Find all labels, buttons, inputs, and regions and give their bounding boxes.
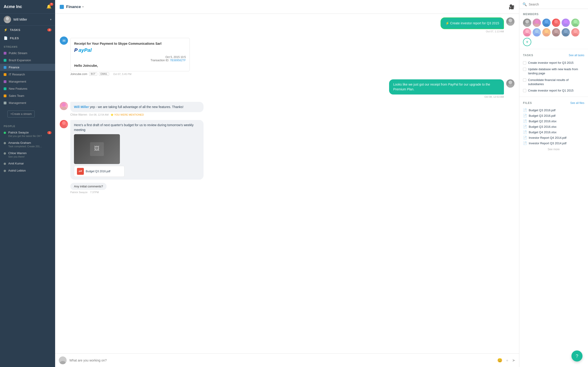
emoji-icon[interactable]: 😊 [497,358,502,363]
file-name[interactable]: Budget Q3 2016.xlsx [529,125,556,128]
svg-point-21 [544,24,549,27]
file-item: 📄 Investor Report Q4 2014.pdf [523,135,584,140]
stream-item-finance[interactable]: Finance [0,64,55,71]
svg-point-28 [525,29,529,33]
file-item: 📄 Budget Q2 2016.xlsx [523,118,584,124]
user-avatar [4,16,11,23]
file-name: Budget Q3 2016.pdf [86,169,110,173]
unread-badge: 1 [47,131,52,134]
help-button[interactable]: ? [571,350,582,361]
offline-indicator [4,163,6,165]
person-item-patrick-swayze[interactable]: Patrick Swayze Did you get the latest fi… [0,129,55,139]
see-all-files-link[interactable]: See all files [570,101,584,105]
stream-item-management[interactable]: Management [0,78,55,85]
member-avatar[interactable] [533,19,541,27]
file-name[interactable]: Budget Q3 2016.pdf [529,108,555,112]
email-tag: EMAIL [99,72,109,76]
svg-point-2 [509,19,512,22]
task-checkbox[interactable] [523,68,526,71]
offline-indicator [4,170,6,172]
member-avatar[interactable] [571,19,579,27]
stream-name: IT Research [9,73,25,76]
person-item-chloe-warren[interactable]: Chloe Warren See you there! [0,150,55,160]
attach-icon[interactable]: ＋ [505,358,509,363]
message-content: Here's a first draft of next quarter's b… [70,120,515,194]
paypal-logo: PayPal [74,47,186,53]
file-doc-icon: 📄 [523,119,527,123]
stream-item-management-2[interactable]: Management [0,99,55,106]
task-checkbox[interactable] [523,78,526,82]
user-row[interactable]: Will Miller ▾ [0,13,55,26]
files-icon: 📄 [4,36,8,40]
file-attachment[interactable]: pdf Budget Q3 2016.pdf [74,166,124,177]
task-label: Update database with new leads from land… [528,67,584,75]
video-call-icon[interactable]: 🎥 [509,4,515,10]
member-avatar[interactable] [562,28,570,36]
user-menu-chevron[interactable]: ▾ [50,18,52,21]
see-more-files-link[interactable]: See more [523,146,584,153]
sidebar-item-tasks[interactable]: ⚡ TASKS 3 [0,26,55,34]
svg-point-38 [573,29,577,33]
svg-point-9 [61,107,67,110]
email-greeting: Hello Joincube, [74,64,186,67]
task-checkbox[interactable] [523,61,526,65]
files-header: FILES See all files [523,101,584,105]
person-item-amit-kumar[interactable]: Amit Kumar [0,160,55,167]
member-avatar[interactable] [523,19,531,27]
stream-dot [4,73,6,76]
right-panel: 🔍 MEMBERS + TASKS See all tasks [519,0,588,367]
file-item: 📄 Budget Q3 2016.pdf [523,113,584,118]
person-item-amanda-graham[interactable]: Amanda Graham Task completed: Create 201… [0,139,55,150]
streams-section-label: STREAMS [0,42,55,50]
file-name[interactable]: Budget Q4 2016.xlsx [529,131,556,134]
member-avatar[interactable] [542,19,551,27]
task-item: Create investor report for Q3 2015 [523,60,584,66]
add-member-button[interactable]: + [523,38,531,46]
transaction-id[interactable]: 7B389582TF [170,59,186,62]
message-timestamp: Oct 08, 12:54 AM [89,113,109,116]
stream-item-public-stream[interactable]: Public Stream [0,50,55,57]
search-input[interactable] [529,2,585,6]
member-avatar[interactable] [571,28,579,36]
stream-item-it-research[interactable]: IT Research [0,71,55,78]
tasks-badge: 3 [47,28,52,31]
svg-point-33 [544,33,549,36]
sender-avatar [60,102,68,110]
see-all-tasks-link[interactable]: See all tasks [569,54,584,57]
svg-point-0 [6,17,9,20]
member-avatar[interactable] [542,28,551,36]
svg-text:✉: ✉ [62,39,65,43]
message-input[interactable] [69,359,494,362]
svg-point-10 [62,121,66,125]
members-title: MEMBERS [523,13,539,16]
stream-item-sales-team[interactable]: Sales Team [0,92,55,99]
sidebar-item-files[interactable]: 📄 FILES [0,34,55,42]
comment-bubble: Any initial comments? [70,183,107,190]
file-name[interactable]: Investor Report Q4 2014.pdf [529,136,566,140]
member-avatar[interactable] [523,28,531,36]
member-avatar[interactable] [533,28,541,36]
email-sender-row: Joincube.com BOT EMAIL Oct 07, 5:45 PM [70,72,515,76]
bot-tag: BOT [89,72,97,76]
task-checkbox[interactable] [523,89,526,92]
stream-item-new-features[interactable]: New Features [0,85,55,92]
stream-item-brazil-expansion[interactable]: Brazil Expansion [0,57,55,64]
svg-point-37 [563,33,569,36]
send-icon[interactable]: ➤ [512,358,515,363]
sidebar: Acme Inc 🔔 7 Will Miller ▾ ⚡ TASKS 3 📄 F… [0,0,55,367]
member-avatar[interactable] [552,19,560,27]
members-section: MEMBERS + [519,9,588,48]
notification-bell[interactable]: 🔔 7 [46,4,52,9]
file-name[interactable]: Investor Report Q3 2014.pdf [529,142,566,145]
create-stream-button[interactable]: +Create a stream [7,110,35,117]
file-name[interactable]: Budget Q2 2016.xlsx [529,119,556,123]
search-bar: 🔍 [519,0,588,9]
chat-input-area: 😊 ＋ ➤ [55,353,519,367]
channel-chevron-icon[interactable]: ▾ [82,5,84,8]
person-item-astrid-leblon[interactable]: Astrid Leblon [0,167,55,174]
tasks-label: TASKS [10,28,20,32]
member-avatar[interactable] [562,19,570,27]
member-avatar[interactable] [552,28,560,36]
file-name[interactable]: Budget Q3 2016.pdf [529,114,555,117]
person-name: Amanda Graham [8,141,52,144]
